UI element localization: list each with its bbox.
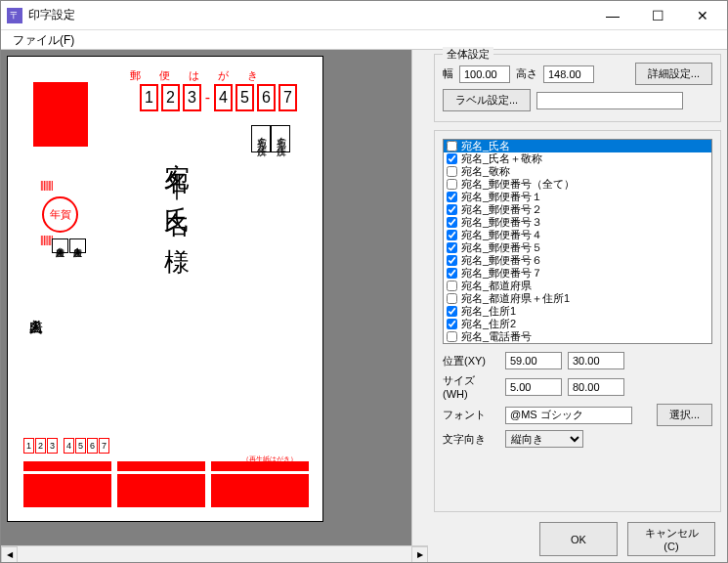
field-checkbox[interactable] xyxy=(447,179,457,190)
width-label: 幅 xyxy=(443,66,453,81)
height-input[interactable] xyxy=(543,65,594,83)
field-list-item[interactable]: 宛名_住所2 xyxy=(444,318,711,330)
window-title: 印字設定 xyxy=(28,7,590,23)
label-value-input[interactable] xyxy=(536,92,683,109)
sender-address2[interactable]: 差出人住所２ xyxy=(52,238,68,253)
red-bar xyxy=(211,461,309,471)
pos-y-input[interactable] xyxy=(568,352,624,369)
width-input[interactable] xyxy=(459,65,510,83)
field-list-item[interactable]: 宛名_郵便番号４ xyxy=(444,229,711,241)
field-label: 宛名_FAX xyxy=(461,343,509,344)
postcard-preview[interactable]: 郵 便 は が き 1 2 3 - 4 5 6 7 |||||||| 年賀 ||… xyxy=(7,56,323,522)
scroll-track[interactable] xyxy=(18,546,411,562)
font-select-button[interactable]: 選択... xyxy=(657,404,712,426)
field-checkbox[interactable] xyxy=(447,255,457,266)
overall-settings-group: 全体設定 幅 高さ 詳細設定... ラベル設定... xyxy=(434,54,721,122)
field-list-item[interactable]: 宛名_都道府県 xyxy=(444,280,711,292)
field-checkbox[interactable] xyxy=(447,268,457,279)
field-list-item[interactable]: 宛名_郵便番号７ xyxy=(444,267,711,280)
field-label: 宛名_郵便番号４ xyxy=(461,229,542,241)
recipient-name-field[interactable]: 宛名｜氏名 様 xyxy=(160,143,194,235)
field-checkbox[interactable] xyxy=(447,331,457,342)
ok-button[interactable]: OK xyxy=(539,522,618,556)
menubar: ファイル(F) xyxy=(1,30,727,50)
field-list-item[interactable]: 宛名_郵便番号５ xyxy=(444,241,711,254)
field-checkbox[interactable] xyxy=(447,153,457,164)
scroll-left-icon[interactable]: ◀ xyxy=(1,546,18,562)
field-checkbox[interactable] xyxy=(447,281,457,291)
group-title: 全体設定 xyxy=(443,47,493,62)
field-list-item[interactable]: 宛名_氏名＋敬称 xyxy=(444,152,711,165)
minimize-button[interactable]: — xyxy=(590,2,635,29)
label-settings-button[interactable]: ラベル設定... xyxy=(443,89,531,111)
field-list-item[interactable]: 宛名_敬称 xyxy=(444,165,711,178)
field-checkbox[interactable] xyxy=(447,230,457,240)
field-list-item[interactable]: 宛名_氏名 xyxy=(444,140,711,152)
titlebar: 〒 印字設定 — ☐ ✕ xyxy=(1,1,727,30)
height-label: 高さ xyxy=(516,66,537,81)
field-list-item[interactable]: 宛名_郵便番号６ xyxy=(444,254,711,267)
detail-settings-button[interactable]: 詳細設定... xyxy=(635,63,712,85)
red-block xyxy=(117,474,205,507)
pos-x-input[interactable] xyxy=(505,352,562,369)
field-list-item[interactable]: 宛名_郵便番号２ xyxy=(444,203,711,216)
field-label: 宛名_電話番号 xyxy=(461,330,532,343)
recipient-address2[interactable]: 宛名｜住所２ xyxy=(251,125,271,152)
field-checkbox[interactable] xyxy=(447,293,457,304)
field-checkbox[interactable] xyxy=(447,204,457,215)
nenga-marks-top: |||||||| xyxy=(40,180,53,191)
maximize-button[interactable]: ☐ xyxy=(635,2,680,29)
zip-digit: 6 xyxy=(257,84,276,111)
field-label: 宛名_住所1 xyxy=(461,305,516,318)
font-label: フォント xyxy=(443,408,499,422)
orientation-select[interactable]: 縦向き xyxy=(505,430,583,448)
close-button[interactable]: ✕ xyxy=(680,2,725,29)
red-block xyxy=(211,474,309,507)
zip-digit: 2 xyxy=(161,84,180,111)
field-list-item[interactable]: 宛名_電話番号 xyxy=(444,330,711,343)
settings-pane: 全体設定 幅 高さ 詳細設定... ラベル設定... 宛名_氏名宛名_氏名＋敬称… xyxy=(428,50,727,562)
print-settings-window: 〒 印字設定 — ☐ ✕ ファイル(F) 郵 便 は が き 1 2 3 - 4… xyxy=(0,0,728,563)
field-label: 宛名_郵便番号５ xyxy=(461,241,542,254)
size-w-input[interactable] xyxy=(505,378,562,396)
sender-address1[interactable]: 差出人住所１ xyxy=(69,238,86,253)
field-list-item[interactable]: 宛名_郵便番号（全て） xyxy=(444,178,711,191)
field-checkbox[interactable] xyxy=(447,217,457,228)
scroll-right-icon[interactable]: ▶ xyxy=(411,546,428,562)
field-checkbox[interactable] xyxy=(447,192,457,202)
field-checkbox[interactable] xyxy=(447,141,457,152)
font-input[interactable] xyxy=(505,407,632,424)
field-list-item[interactable]: 宛名_郵便番号１ xyxy=(444,191,711,203)
nenga-marks-bottom: |||||||| xyxy=(40,235,53,245)
field-label: 宛名_郵便番号（全て） xyxy=(461,178,575,191)
field-label: 宛名_郵便番号７ xyxy=(461,267,542,280)
field-list-item[interactable]: 宛名_住所1 xyxy=(444,305,711,318)
field-checkbox[interactable] xyxy=(447,319,457,329)
field-checkbox[interactable] xyxy=(447,166,457,177)
sender-zip-digit: 3 xyxy=(47,438,58,454)
field-label: 宛名_郵便番号２ xyxy=(461,203,542,216)
field-list-item[interactable]: 宛名_郵便番号３ xyxy=(444,216,711,229)
field-checkbox[interactable] xyxy=(447,242,457,253)
red-bar xyxy=(117,461,205,471)
field-list-item[interactable]: 宛名_FAX xyxy=(444,343,711,344)
sender-zip-digit: 1 xyxy=(23,438,34,454)
sender-zip-digit: 7 xyxy=(99,438,109,454)
cancel-button[interactable]: キャンセル(C) xyxy=(627,522,715,556)
field-label: 宛名_郵便番号３ xyxy=(461,216,542,229)
zip-digit: 5 xyxy=(236,84,254,111)
field-list-item[interactable]: 宛名_都道府県＋住所1 xyxy=(444,292,711,305)
recipient-address1[interactable]: 宛名｜住所１ xyxy=(271,125,290,152)
zip-dash: - xyxy=(204,84,211,111)
size-label: サイズ(WH) xyxy=(443,373,499,400)
field-checkbox[interactable] xyxy=(447,306,457,317)
field-list[interactable]: 宛名_氏名宛名_氏名＋敬称宛名_敬称宛名_郵便番号（全て）宛名_郵便番号１宛名_… xyxy=(443,139,712,344)
field-label: 宛名_郵便番号６ xyxy=(461,254,542,267)
file-menu[interactable]: ファイル(F) xyxy=(7,31,80,49)
orientation-label: 文字向き xyxy=(443,432,499,447)
preview-scrollbar-horizontal[interactable]: ◀ ▶ xyxy=(1,545,428,562)
dialog-buttons: OK キャンセル(C) xyxy=(428,516,727,562)
stamp-area xyxy=(33,82,88,147)
preview-scrollbar-vertical[interactable] xyxy=(411,50,428,545)
size-h-input[interactable] xyxy=(568,378,624,396)
